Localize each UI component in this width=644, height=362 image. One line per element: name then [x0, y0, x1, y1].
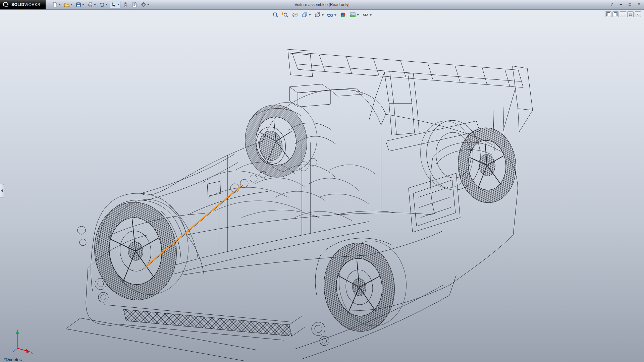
x-axis-label: x — [31, 350, 33, 354]
document-restore-button[interactable]: □ — [627, 11, 634, 17]
minimize-button[interactable]: – — [617, 1, 625, 7]
undo-button[interactable] — [98, 1, 109, 8]
options-button[interactable] — [140, 1, 150, 8]
title-bar: SOLIDWORKS — [0, 0, 644, 10]
select-cursor-icon — [111, 2, 117, 8]
dropdown-caret — [357, 14, 359, 16]
car-body-wireframe — [66, 49, 533, 361]
flyout-caret — [94, 4, 96, 5]
new-document-icon — [52, 2, 58, 8]
view-orientation-cube-icon — [302, 12, 308, 18]
dropdown-caret — [334, 14, 336, 16]
help-button[interactable]: ? — [608, 1, 615, 7]
open-folder-icon — [64, 2, 70, 8]
zoom-to-fit-button[interactable] — [272, 11, 279, 18]
rear-right-outer-wheel — [455, 125, 519, 205]
flyout-caret — [70, 4, 72, 5]
front-left-wheel — [90, 195, 193, 304]
file-properties-icon — [131, 2, 138, 8]
section-view-button[interactable] — [291, 11, 299, 18]
print-icon — [87, 2, 93, 8]
x-axis-arrow — [26, 349, 30, 353]
front-right-wheel — [241, 100, 321, 180]
graphics-area[interactable]: – □ × x *Dimetric — [0, 10, 644, 362]
chevron-left-icon — [1, 189, 3, 192]
z-axis-line — [13, 348, 17, 352]
pane-left-icon — [606, 12, 610, 16]
brand-text: SOLIDWORKS — [11, 2, 40, 7]
view-orientation-label: *Dimetric — [4, 357, 22, 362]
restore-button[interactable]: □ — [626, 1, 634, 7]
triad-icon: x — [5, 326, 34, 354]
rebuild-traffic-light-icon — [122, 2, 128, 8]
edit-appearance-sphere-icon — [340, 12, 346, 18]
file-properties-button[interactable] — [130, 1, 139, 8]
view-settings-button[interactable] — [362, 11, 372, 18]
options-gear-icon — [141, 2, 147, 8]
edit-appearance-button[interactable] — [339, 11, 346, 18]
view-settings-eye-icon — [362, 12, 369, 18]
open-button[interactable] — [63, 1, 73, 8]
undo-arrow-icon — [99, 2, 105, 8]
flyout-caret — [106, 4, 108, 5]
apply-scene-button[interactable] — [349, 11, 359, 18]
pane-right-icon — [614, 12, 618, 16]
flyout-caret — [59, 4, 61, 5]
rebuild-button[interactable] — [121, 1, 129, 8]
dropdown-caret — [322, 14, 324, 16]
y-axis-arrow — [16, 329, 19, 334]
orientation-triad: x — [5, 326, 34, 356]
dassault-3ds-logo-icon — [3, 1, 9, 8]
document-close-button[interactable]: × — [635, 11, 641, 17]
hide-show-items-button[interactable] — [327, 11, 337, 18]
document-window-controls: – □ × — [605, 11, 641, 17]
apply-scene-icon — [350, 12, 356, 18]
document-minimize-button[interactable]: – — [620, 11, 626, 17]
rear-left-wheel — [320, 238, 410, 334]
dropdown-caret — [370, 14, 372, 16]
wireframe-car-model — [0, 10, 644, 362]
heads-up-view-toolbar — [272, 11, 372, 18]
print-button[interactable] — [86, 1, 97, 8]
pane-left-button[interactable] — [605, 11, 611, 17]
zoom-to-area-icon — [282, 12, 288, 18]
solidworks-logo: SOLIDWORKS — [0, 0, 46, 9]
rear-wing — [288, 49, 533, 135]
brand-works: WORKS — [24, 2, 40, 7]
select-tool-button[interactable] — [110, 1, 120, 8]
new-document-button[interactable] — [51, 1, 62, 8]
view-orientation-button[interactable] — [301, 11, 311, 18]
flyout-caret — [147, 4, 149, 5]
hide-show-glasses-icon — [327, 12, 333, 18]
main-toolbar — [46, 1, 150, 8]
featuremanager-collapse-tab[interactable] — [0, 184, 4, 197]
section-view-icon — [292, 12, 298, 18]
brand-solid: SOLID — [11, 2, 24, 7]
save-button[interactable] — [74, 1, 85, 8]
pane-right-button[interactable] — [612, 11, 619, 17]
document-title: Voiture assemblee [Read-only] — [294, 2, 349, 7]
flyout-caret — [82, 4, 84, 5]
flyout-caret — [117, 4, 119, 5]
save-floppy-icon — [75, 2, 82, 8]
zoom-to-fit-icon — [272, 12, 279, 18]
window-controls: ? – □ × — [608, 1, 643, 7]
display-style-button[interactable] — [314, 11, 324, 18]
display-style-cube-icon — [314, 12, 321, 18]
close-button[interactable]: × — [635, 1, 643, 7]
zoom-to-area-button[interactable] — [282, 11, 289, 18]
dropdown-caret — [309, 14, 311, 16]
